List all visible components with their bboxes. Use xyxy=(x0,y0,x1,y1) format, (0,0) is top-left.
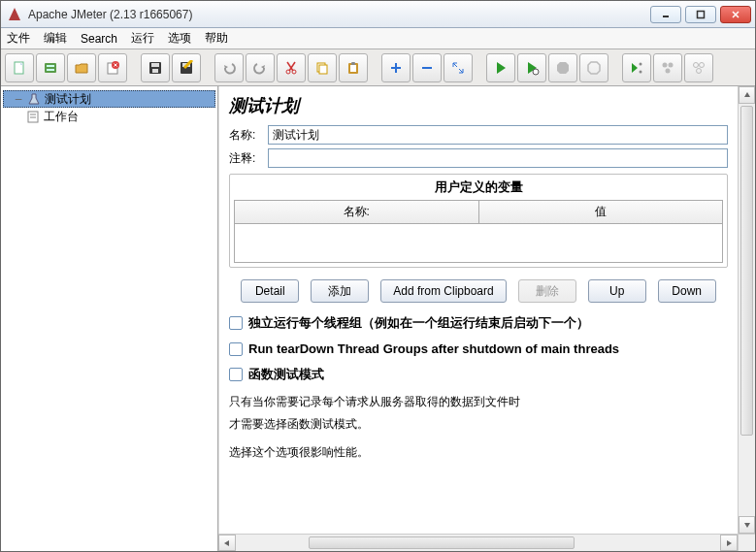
toolbar xyxy=(1,49,755,86)
menu-run[interactable]: 运行 xyxy=(131,30,154,47)
close-button[interactable] xyxy=(720,6,751,23)
paste-icon[interactable] xyxy=(339,53,368,82)
remote-stop-icon[interactable] xyxy=(653,53,682,82)
svg-point-35 xyxy=(694,62,699,67)
expand-toggle-icon[interactable] xyxy=(444,53,473,82)
name-input[interactable] xyxy=(268,125,728,145)
comment-label: 注释: xyxy=(229,150,268,167)
tree-item-label: 测试计划 xyxy=(45,91,91,108)
menu-search[interactable]: Search xyxy=(81,32,117,46)
svg-point-20 xyxy=(292,70,296,74)
svg-point-30 xyxy=(640,62,642,65)
plus-icon[interactable] xyxy=(381,53,411,82)
remote-start-icon[interactable] xyxy=(622,53,651,82)
clipboard-icon xyxy=(26,110,40,123)
tree-item-workbench[interactable]: 工作台 xyxy=(3,108,215,125)
tree-item-test-plan[interactable]: – 测试计划 xyxy=(3,90,215,108)
panel-title: 测试计划 xyxy=(229,94,728,117)
svg-rect-7 xyxy=(47,69,54,71)
help-text-3: 选择这个选项很影响性能。 xyxy=(229,443,728,462)
file-save-icon[interactable] xyxy=(141,53,170,82)
titlebar: Apache JMeter (2.13 r1665067) xyxy=(1,1,755,28)
svg-point-34 xyxy=(666,68,671,73)
svg-rect-6 xyxy=(47,65,54,67)
svg-rect-22 xyxy=(319,65,327,74)
shutdown-icon[interactable] xyxy=(579,53,608,82)
scroll-left-icon[interactable] xyxy=(218,535,236,551)
down-button[interactable]: Down xyxy=(658,279,716,303)
name-label: 名称: xyxy=(229,127,268,144)
add-from-clipboard-button[interactable]: Add from Clipboard xyxy=(380,279,506,303)
comment-input[interactable] xyxy=(268,148,728,168)
udv-col-value[interactable]: 值 xyxy=(479,201,723,223)
delete-button: 删除 xyxy=(518,279,576,303)
functional-mode-checkbox[interactable] xyxy=(229,368,243,381)
cut-icon[interactable] xyxy=(277,53,306,82)
udv-section-title: 用户定义的变量 xyxy=(234,179,723,196)
file-open-icon[interactable] xyxy=(67,53,96,82)
redo-icon[interactable] xyxy=(246,53,275,82)
minus-icon[interactable] xyxy=(412,53,442,82)
run-no-timers-icon[interactable] xyxy=(517,53,546,82)
svg-point-36 xyxy=(700,62,705,67)
run-icon[interactable] xyxy=(486,53,515,82)
svg-rect-24 xyxy=(350,65,356,72)
app-icon xyxy=(7,7,22,22)
functional-mode-label: 函数测试模式 xyxy=(248,366,324,383)
help-text-1: 只有当你需要记录每个请求从服务器取得的数据到文件时 xyxy=(229,393,728,411)
teardown-checkbox[interactable] xyxy=(229,342,243,356)
stop-icon[interactable] xyxy=(548,53,577,82)
detail-button[interactable]: Detail xyxy=(241,279,299,303)
udv-col-name[interactable]: 名称: xyxy=(235,201,479,223)
svg-point-31 xyxy=(640,70,642,73)
clear-icon[interactable] xyxy=(684,53,713,82)
file-save-as-icon[interactable] xyxy=(172,53,201,82)
menu-file[interactable]: 文件 xyxy=(7,30,30,47)
file-new-icon[interactable] xyxy=(5,53,34,82)
window-title: Apache JMeter (2.13 r1665067) xyxy=(28,8,650,21)
svg-rect-1 xyxy=(698,11,705,17)
teardown-label: Run tearDown Thread Groups after shutdow… xyxy=(248,341,619,356)
undo-icon[interactable] xyxy=(214,53,244,82)
svg-point-29 xyxy=(533,69,539,75)
serial-threads-label: 独立运行每个线程组（例如在一个组运行结束后启动下一个） xyxy=(248,314,589,332)
maximize-button[interactable] xyxy=(685,6,716,23)
tree-toggle-icon[interactable]: – xyxy=(14,92,23,106)
svg-rect-14 xyxy=(152,69,158,73)
scroll-down-icon[interactable] xyxy=(739,516,755,534)
horizontal-scrollbar[interactable] xyxy=(218,534,738,551)
up-button[interactable]: Up xyxy=(588,279,646,303)
svg-rect-25 xyxy=(351,62,355,65)
vertical-scroll-thumb[interactable] xyxy=(740,106,753,436)
tree-item-label: 工作台 xyxy=(44,109,79,125)
menu-help[interactable]: 帮助 xyxy=(205,30,228,47)
scroll-corner xyxy=(738,534,755,551)
menu-edit[interactable]: 编辑 xyxy=(44,30,67,47)
flask-icon xyxy=(27,92,41,106)
udv-table-header: 名称: 值 xyxy=(234,200,723,224)
menu-options[interactable]: 选项 xyxy=(168,30,191,47)
scroll-up-icon[interactable] xyxy=(739,86,755,104)
svg-point-19 xyxy=(286,70,290,74)
udv-table-body[interactable] xyxy=(234,224,723,263)
content-panel: 测试计划 名称: 注释: 用户定义的变量 名称: 值 xyxy=(218,86,738,534)
svg-point-33 xyxy=(669,62,674,67)
svg-rect-5 xyxy=(45,63,56,73)
serial-threads-checkbox[interactable] xyxy=(229,316,243,330)
copy-icon[interactable] xyxy=(308,53,337,82)
svg-rect-13 xyxy=(151,63,159,67)
svg-point-32 xyxy=(663,62,668,67)
file-close-icon[interactable] xyxy=(98,53,127,82)
scroll-right-icon[interactable] xyxy=(720,535,738,551)
help-text-2: 才需要选择函数测试模式。 xyxy=(229,415,728,434)
menubar: 文件 编辑 Search 运行 选项 帮助 xyxy=(1,28,755,49)
horizontal-scroll-thumb[interactable] xyxy=(309,536,575,549)
templates-icon[interactable] xyxy=(36,53,65,82)
svg-point-37 xyxy=(697,68,702,73)
add-button[interactable]: 添加 xyxy=(311,279,369,303)
user-defined-vars-section: 用户定义的变量 名称: 值 xyxy=(229,174,728,268)
tree-panel[interactable]: – 测试计划 工作台 xyxy=(1,86,218,551)
vertical-scrollbar[interactable] xyxy=(738,86,755,534)
minimize-button[interactable] xyxy=(650,6,681,23)
